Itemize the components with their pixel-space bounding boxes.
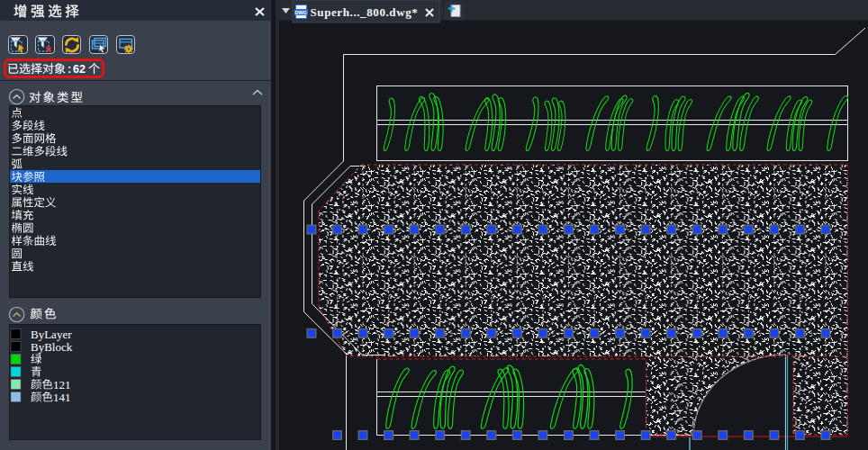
svg-text::: : [68,63,71,76]
svg-text:141: 141 [53,391,71,404]
svg-text:Superh..._800.dwg*: Superh..._800.dwg* [311,5,419,19]
svg-text:ByLayer: ByLayer [31,328,72,341]
svg-text:ByBlock: ByBlock [31,340,73,354]
svg-text:121: 121 [53,378,71,392]
svg-text:62: 62 [73,63,86,76]
svg-text:DWG: DWG [295,10,307,15]
